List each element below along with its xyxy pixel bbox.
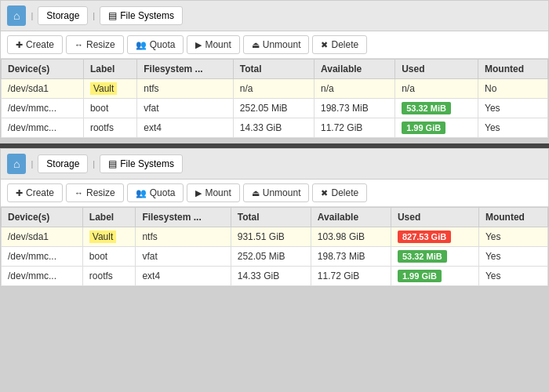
cell-used: 53.32 MiB: [395, 99, 478, 118]
storage-label-2: Storage: [46, 158, 79, 169]
cell-label: boot: [82, 247, 136, 267]
table-row[interactable]: /dev/mmc... rootfs ext4 14.33 GiB 11.72 …: [2, 118, 548, 138]
cell-total: 252.05 MiB: [231, 247, 311, 267]
panel-1: ⌂ | Storage | ▤ File Systems ✚ Create ↔ …: [0, 0, 549, 139]
cell-total: 252.05 MiB: [233, 99, 314, 118]
storage-button-2[interactable]: Storage: [38, 154, 88, 173]
delete-icon-1: ✖: [321, 40, 328, 50]
mount-button-1[interactable]: ▶ Mount: [187, 35, 239, 54]
cell-filesystem: vfat: [137, 99, 234, 118]
storage-label-1: Storage: [46, 10, 79, 21]
resize-button-1[interactable]: ↔ Resize: [66, 35, 124, 54]
filesystem-table-2: Device(s) Label Filesystem ... Total Ava…: [1, 207, 548, 286]
col-mounted-1: Mounted: [478, 60, 548, 79]
cell-available: 198.73 MiB: [311, 247, 391, 267]
storage-button-1[interactable]: Storage: [38, 6, 88, 25]
nav-separator-3: |: [31, 159, 33, 169]
col-label-2: Label: [82, 208, 136, 227]
table-row[interactable]: /dev/mmc... rootfs ext4 14.33 GiB 11.72 …: [2, 267, 548, 286]
unmount-button-1[interactable]: ⏏ Unmount: [243, 35, 310, 54]
cell-mounted: Yes: [478, 227, 547, 247]
cell-available: 11.72 GiB: [314, 118, 395, 138]
col-label-1: Label: [83, 60, 136, 79]
filesystems-icon-1: ▤: [108, 10, 117, 21]
unmount-button-2[interactable]: ⏏ Unmount: [243, 183, 310, 202]
cell-used: 1.99 GiB: [391, 267, 478, 286]
resize-button-2[interactable]: ↔ Resize: [66, 183, 124, 202]
delete-icon-2: ✖: [321, 188, 328, 198]
cell-mounted: Yes: [478, 99, 548, 118]
table-row[interactable]: /dev/mmc... boot vfat 252.05 MiB 198.73 …: [2, 99, 548, 118]
cell-device: /dev/mmc...: [2, 267, 83, 286]
cell-filesystem: ext4: [136, 267, 231, 286]
filesystems-label-1: File Systems: [120, 10, 174, 21]
nav-separator-4: |: [93, 159, 95, 169]
cell-mounted: Yes: [478, 267, 547, 286]
plus-icon-1: ✚: [16, 40, 23, 50]
cell-available: 198.73 MiB: [314, 99, 395, 118]
col-device-2: Device(s): [2, 208, 83, 227]
filesystems-label-2: File Systems: [120, 158, 174, 169]
cell-device: /dev/mmc...: [2, 247, 83, 267]
col-total-2: Total: [231, 208, 311, 227]
col-available-1: Available: [314, 60, 395, 79]
mount-button-2[interactable]: ▶ Mount: [187, 183, 239, 202]
cell-mounted: Yes: [478, 118, 548, 138]
cell-device: /dev/sda1: [2, 79, 84, 99]
nav-bar-1: ⌂ | Storage | ▤ File Systems: [1, 1, 548, 31]
delete-button-1[interactable]: ✖ Delete: [312, 35, 367, 54]
col-available-2: Available: [311, 208, 391, 227]
cell-total: 931.51 GiB: [231, 227, 311, 247]
mount-icon-1: ▶: [195, 40, 202, 50]
cell-label: Vault: [83, 79, 136, 99]
cell-available: 103.98 GiB: [311, 227, 391, 247]
table-header-row-2: Device(s) Label Filesystem ... Total Ava…: [2, 208, 548, 227]
unmount-icon-1: ⏏: [252, 40, 260, 50]
panel-2: ⌂ | Storage | ▤ File Systems ✚ Create ↔ …: [0, 148, 549, 287]
nav-separator-1: |: [31, 11, 33, 20]
cell-label: boot: [83, 99, 136, 118]
cell-used: 1.99 GiB: [395, 118, 478, 138]
mount-icon-2: ▶: [195, 188, 202, 198]
cell-label: rootfs: [83, 118, 136, 138]
quota-icon-2: 👥: [136, 188, 147, 198]
resize-icon-1: ↔: [75, 40, 83, 49]
cell-total: n/a: [233, 79, 314, 99]
table-header-row-1: Device(s) Label Filesystem ... Total Ava…: [2, 60, 548, 79]
home-button-2[interactable]: ⌂: [7, 154, 26, 174]
cell-device: /dev/sda1: [2, 227, 83, 247]
col-used-1: Used: [395, 60, 478, 79]
delete-button-2[interactable]: ✖ Delete: [312, 183, 367, 202]
cell-label: Vault: [82, 227, 136, 247]
table-row[interactable]: /dev/sda1 Vault ntfs n/a n/a n/a No: [2, 79, 548, 99]
cell-filesystem: ext4: [137, 118, 234, 138]
create-button-2[interactable]: ✚ Create: [7, 183, 63, 202]
filesystems-button-2[interactable]: ▤ File Systems: [100, 154, 183, 173]
table-row[interactable]: /dev/mmc... boot vfat 252.05 MiB 198.73 …: [2, 247, 548, 267]
nav-separator-2: |: [93, 11, 95, 20]
quota-icon-1: 👥: [136, 40, 147, 50]
col-mounted-2: Mounted: [478, 208, 547, 227]
cell-filesystem: ntfs: [137, 79, 234, 99]
home-button-1[interactable]: ⌂: [7, 5, 26, 26]
cell-available: 11.72 GiB: [311, 267, 391, 286]
unmount-icon-2: ⏏: [252, 188, 260, 198]
col-total-1: Total: [233, 60, 314, 79]
toolbar-2: ✚ Create ↔ Resize 👥 Quota ▶ Mount ⏏ Unmo…: [1, 180, 548, 207]
cell-label: rootfs: [82, 267, 136, 286]
resize-icon-2: ↔: [75, 188, 83, 198]
cell-filesystem: ntfs: [136, 227, 231, 247]
quota-button-1[interactable]: 👥 Quota: [127, 35, 184, 54]
cell-mounted: No: [478, 79, 548, 99]
table-row[interactable]: /dev/sda1 Vault ntfs 931.51 GiB 103.98 G…: [2, 227, 548, 247]
plus-icon-2: ✚: [16, 188, 23, 198]
toolbar-1: ✚ Create ↔ Resize 👥 Quota ▶ Mount ⏏ Unmo…: [1, 31, 548, 59]
quota-button-2[interactable]: 👥 Quota: [127, 183, 184, 202]
cell-total: 14.33 GiB: [233, 118, 314, 138]
cell-device: /dev/mmc...: [2, 99, 84, 118]
filesystems-button-1[interactable]: ▤ File Systems: [100, 6, 183, 25]
col-device-1: Device(s): [2, 60, 84, 79]
cell-device: /dev/mmc...: [2, 118, 84, 138]
col-filesystem-2: Filesystem ...: [136, 208, 231, 227]
create-button-1[interactable]: ✚ Create: [7, 35, 63, 54]
